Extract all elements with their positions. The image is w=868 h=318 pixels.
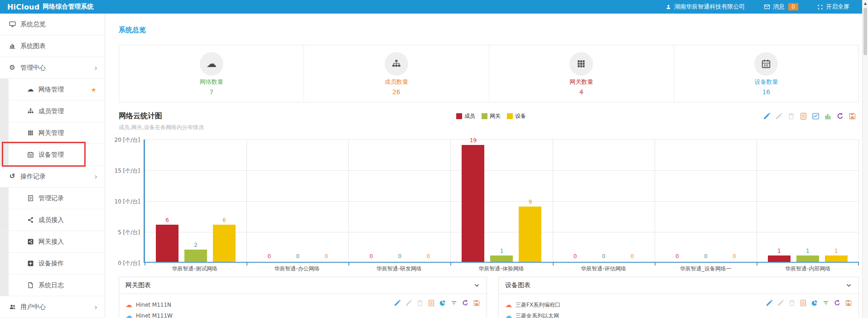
bar-rect[interactable]	[796, 255, 819, 262]
axis-tick	[450, 263, 451, 265]
sidebar-item-成员接入[interactable]: 成员接入	[0, 209, 105, 231]
trash-icon[interactable]	[787, 112, 795, 120]
stat-label: 网关数量	[569, 78, 593, 86]
sidebar-item-设备操作[interactable]: 设备操作	[0, 253, 105, 275]
bar-设备[interactable]: 0	[315, 140, 338, 262]
sidebar-item-成员管理[interactable]: 成员管理	[0, 101, 105, 122]
bar-rect[interactable]	[768, 255, 791, 262]
trash-icon[interactable]	[788, 299, 796, 307]
company-menu[interactable]: 湖南华辰智通科技有限公司	[665, 3, 745, 11]
bar-value-label: 0	[315, 253, 338, 260]
bar-rect[interactable]	[213, 225, 236, 262]
save-icon[interactable]	[845, 299, 852, 307]
sidebar-item-网关接入[interactable]: 网关接入	[0, 231, 105, 253]
x-axis-category-label: 华辰智通-体验网络	[450, 265, 553, 273]
save-icon[interactable]	[849, 112, 856, 120]
panel-list-item[interactable]: ☁Hinet M111W	[125, 310, 480, 318]
bar-成员[interactable]: 0	[564, 140, 587, 262]
bar-设备[interactable]: 0	[417, 140, 439, 262]
bar-设备[interactable]: 6	[213, 140, 236, 262]
sidebar-item-label: 设备管理	[39, 151, 64, 159]
bar-rect[interactable]	[462, 145, 484, 262]
scrollbar-up-arrow[interactable]: ▲	[863, 0, 868, 7]
sidebar-item-管理中心[interactable]: ⚙管理中心›	[0, 57, 105, 79]
submenu-gutter	[0, 231, 9, 252]
legend-item-网关[interactable]: 网关	[482, 112, 501, 120]
list-icon[interactable]	[800, 299, 807, 307]
bar-group-华辰智通_设备网络一: 000	[655, 140, 757, 262]
edit-icon[interactable]	[763, 112, 771, 120]
bar-rect[interactable]	[156, 225, 178, 262]
sidebar-item-用户中心[interactable]: 用户中心›	[0, 296, 105, 318]
bar-成员[interactable]: 6	[156, 140, 178, 262]
sidebar-item-操作记录[interactable]: ↺操作记录›	[0, 166, 105, 188]
sidebar-item-网关管理[interactable]: 网关管理	[0, 122, 105, 144]
sidebar-item-系统图表[interactable]: 系统图表	[0, 35, 105, 57]
bar-rect[interactable]	[184, 250, 207, 262]
panel-header[interactable]: 网关图表	[119, 277, 487, 294]
pie-icon[interactable]	[439, 299, 446, 307]
panel-list-item[interactable]: ☁三菱全系列以太网	[505, 310, 852, 318]
sidebar-item-label: 系统总览	[20, 20, 46, 29]
bar-设备[interactable]: 0	[723, 140, 746, 262]
scrollbar-thumb[interactable]	[863, 8, 867, 55]
bar-成员[interactable]: 1	[768, 140, 791, 262]
bar-设备[interactable]: 0	[621, 140, 644, 262]
bar-网关[interactable]: 1	[796, 140, 819, 262]
bar-成员[interactable]: 19	[462, 140, 484, 262]
list-icon[interactable]	[428, 299, 435, 307]
bar-网关[interactable]: 0	[593, 140, 615, 262]
sidebar-item-设备管理[interactable]: 设备管理	[0, 144, 105, 166]
refresh-icon[interactable]	[836, 112, 844, 120]
bar-成员[interactable]: 0	[258, 140, 280, 262]
axis-tick	[655, 263, 656, 265]
legend-item-设备[interactable]: 设备	[507, 112, 526, 120]
sidebar-item-管理记录[interactable]: 管理记录	[0, 188, 105, 209]
sidebar-item-label: 系统日志	[39, 281, 64, 289]
line-chart-icon[interactable]	[812, 112, 820, 120]
save-icon[interactable]	[473, 299, 480, 307]
page-scrollbar[interactable]: ▲	[862, 0, 868, 318]
sidebar-item-label: 管理记录	[39, 194, 64, 202]
submenu-gutter	[0, 188, 9, 209]
bar-设备[interactable]: 9	[519, 140, 541, 262]
axis-tick	[145, 263, 145, 265]
pie-icon[interactable]	[811, 299, 818, 307]
sidebar-item-网络管理[interactable]: ☁网络管理★	[0, 79, 105, 101]
panel-toolbar	[766, 299, 852, 307]
bar-网关[interactable]: 1	[490, 140, 513, 262]
fullscreen-button[interactable]: 开启全屏	[817, 3, 849, 11]
legend-item-成员[interactable]: 成员	[456, 112, 475, 120]
messages-menu[interactable]: 消息 0	[764, 3, 798, 11]
refresh-icon[interactable]	[462, 299, 469, 307]
edit-icon[interactable]	[766, 299, 773, 307]
trash-icon[interactable]	[416, 299, 424, 307]
edit-disabled-icon[interactable]	[405, 299, 412, 307]
favorite-star-icon[interactable]: ★	[91, 86, 105, 93]
bar-成员[interactable]: 0	[666, 140, 689, 262]
bar-rect[interactable]	[825, 255, 848, 262]
bar-设备[interactable]: 1	[825, 140, 848, 262]
edit-disabled-icon[interactable]	[777, 299, 784, 307]
edit-icon[interactable]	[394, 299, 401, 307]
bar-网关[interactable]: 0	[286, 140, 309, 262]
bar-网关[interactable]: 0	[694, 140, 717, 262]
chevron-down-icon[interactable]	[845, 282, 852, 289]
panel-header[interactable]: 设备图表	[499, 277, 858, 294]
bar-网关[interactable]: 2	[184, 140, 207, 262]
sidebar: 系统总览系统图表⚙管理中心›☁网络管理★成员管理网关管理设备管理↺操作记录›管理…	[0, 14, 105, 318]
chevron-down-icon[interactable]	[473, 282, 480, 289]
bar-网关[interactable]: 0	[388, 140, 411, 262]
bar-成员[interactable]: 0	[360, 140, 382, 262]
bar-rect[interactable]	[519, 207, 541, 262]
bar-rect[interactable]	[490, 255, 513, 262]
brand-logo: HiCloud	[7, 3, 39, 11]
edit-disabled-icon[interactable]	[775, 112, 783, 120]
refresh-icon[interactable]	[834, 299, 841, 307]
bar-chart-icon[interactable]	[824, 112, 832, 120]
filter-icon[interactable]	[450, 299, 458, 307]
sidebar-item-系统总览[interactable]: 系统总览	[0, 14, 105, 35]
list-icon[interactable]	[800, 112, 807, 120]
filter-icon[interactable]	[822, 299, 829, 307]
sidebar-item-系统日志[interactable]: 系统日志	[0, 275, 105, 296]
